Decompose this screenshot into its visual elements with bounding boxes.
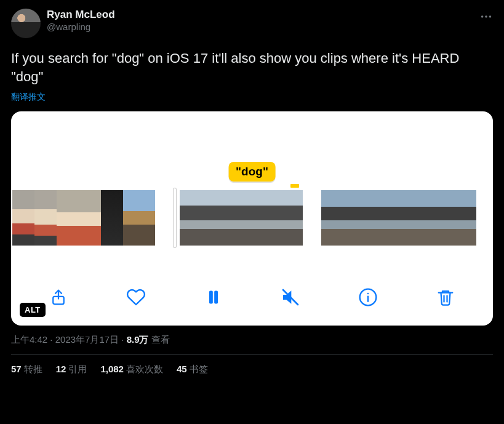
svg-rect-4 xyxy=(209,291,213,304)
clip-thumbnail[interactable] xyxy=(101,190,123,246)
tweet-header: Ryan McLeod @warpling xyxy=(11,9,493,38)
user-handle[interactable]: @warpling xyxy=(47,22,115,33)
views-count[interactable]: 8.9万 xyxy=(127,334,149,345)
clip-group[interactable] xyxy=(12,190,155,246)
heart-button[interactable] xyxy=(124,286,148,308)
clip-thumbnail[interactable] xyxy=(34,190,57,246)
svg-rect-5 xyxy=(214,291,218,304)
media-toolbar xyxy=(11,286,493,308)
search-match-badge: "dog" xyxy=(228,162,276,182)
clip-thumbnail[interactable] xyxy=(321,190,347,246)
bookmarks-stat[interactable]: 45书签 xyxy=(177,364,208,375)
name-block: Ryan McLeod @warpling xyxy=(47,9,115,33)
clip-thumbnail[interactable] xyxy=(272,190,303,246)
avatar[interactable] xyxy=(11,9,41,38)
svg-point-1 xyxy=(485,15,487,18)
clip-thumbnail[interactable] xyxy=(347,190,373,246)
media-card[interactable]: "dog" xyxy=(11,111,493,326)
tweet-stats: 57转推 12引用 1,082喜欢次数 45书签 xyxy=(11,355,493,379)
tweet-text: If you search for "dog" on iOS 17 it'll … xyxy=(11,49,493,86)
display-name[interactable]: Ryan McLeod xyxy=(47,9,115,21)
clip-thumbnail[interactable] xyxy=(450,190,476,246)
clip-thumbnail[interactable] xyxy=(180,190,210,246)
tweet-container: Ryan McLeod @warpling If you search for … xyxy=(0,0,504,385)
clip-thumbnail[interactable] xyxy=(57,190,79,246)
clip-group[interactable] xyxy=(321,190,476,246)
svg-point-0 xyxy=(481,15,484,18)
timeline-marker xyxy=(290,184,299,188)
clip-thumbnail[interactable] xyxy=(79,190,101,246)
views-label: 查看 xyxy=(149,334,170,345)
tweet-meta: 上午4:42 · 2023年7月17日 · 8.9万 查看 xyxy=(11,334,493,346)
clip-thumbnail[interactable] xyxy=(373,190,399,246)
tweet-time[interactable]: 上午4:42 xyxy=(11,334,47,345)
translate-link[interactable]: 翻译推文 xyxy=(11,92,46,103)
svg-point-9 xyxy=(367,293,369,295)
trash-button[interactable] xyxy=(433,286,458,308)
tweet-date[interactable]: 2023年7月17日 xyxy=(55,334,119,345)
clip-thumbnail[interactable] xyxy=(210,190,241,246)
clip-thumbnail[interactable] xyxy=(123,190,155,246)
pause-button[interactable] xyxy=(201,286,226,308)
clip-group[interactable] xyxy=(174,190,303,246)
video-timeline[interactable] xyxy=(11,190,493,246)
mute-button[interactable] xyxy=(278,286,303,308)
more-options-button[interactable] xyxy=(479,9,493,23)
likes-stat[interactable]: 1,082喜欢次数 xyxy=(100,364,163,375)
clip-thumbnail[interactable] xyxy=(12,190,34,246)
playhead[interactable] xyxy=(174,188,176,247)
quotes-stat[interactable]: 12引用 xyxy=(56,364,87,375)
retweets-stat[interactable]: 57转推 xyxy=(11,364,42,375)
share-button[interactable] xyxy=(46,286,71,308)
clip-thumbnail[interactable] xyxy=(241,190,272,246)
clip-thumbnail[interactable] xyxy=(425,190,450,246)
clip-thumbnail[interactable] xyxy=(399,190,425,246)
svg-point-2 xyxy=(489,15,492,18)
alt-badge[interactable]: ALT xyxy=(20,303,46,317)
info-button[interactable] xyxy=(356,286,380,308)
